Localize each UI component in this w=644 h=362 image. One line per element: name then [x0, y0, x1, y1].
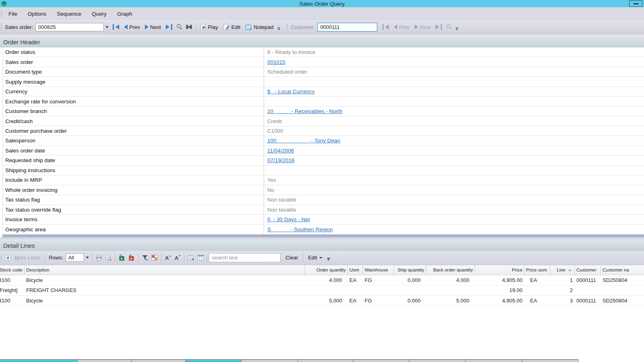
table-cell[interactable]	[575, 286, 601, 296]
column-header-description[interactable]: Description	[25, 265, 305, 275]
table-cell[interactable]: SD250804	[601, 296, 644, 306]
last-record-button[interactable]	[163, 22, 175, 32]
search-button[interactable]	[175, 22, 184, 32]
menu-item[interactable]: Query	[87, 7, 112, 20]
menu-item[interactable]: Options	[23, 7, 52, 20]
column-header-customer-na[interactable]: Customer na	[601, 265, 644, 275]
property-row[interactable]: Shipping instructions	[3, 166, 644, 175]
table-cell[interactable]: 19.00	[475, 286, 524, 296]
property-row[interactable]: Requested ship date 07/19/2016	[3, 156, 644, 165]
customer-toolbar-grip[interactable]	[287, 23, 288, 31]
print-button[interactable]	[94, 253, 104, 263]
column-header-warehouse[interactable]: Warehouse	[363, 265, 394, 275]
property-link[interactable]: 10 - Receivables - North	[267, 108, 343, 114]
table-cell[interactable]: EA	[348, 275, 363, 285]
table-cell[interactable]: 5.000	[426, 296, 475, 306]
table-row[interactable]: B100Bicycle4.000EAFG0.0004.0004,905.00EA…	[0, 275, 644, 286]
table-cell[interactable]	[348, 286, 363, 296]
decrease-font-button[interactable]: A	[173, 253, 182, 263]
customer-prev-button[interactable]: Prev	[391, 22, 412, 32]
sales-order-dropdown-arrow[interactable]	[104, 23, 110, 31]
table-cell[interactable]: SD250804	[601, 275, 644, 285]
table-cell[interactable]	[524, 286, 550, 296]
table-cell[interactable]: Bicycle	[25, 275, 305, 285]
detail-toolbar-overflow-button[interactable]	[327, 258, 330, 261]
table-cell[interactable]: B100	[0, 275, 25, 285]
find-button[interactable]	[184, 22, 194, 32]
edit-menu-button[interactable]: Edit	[305, 253, 326, 263]
table-cell[interactable]: 3	[550, 296, 575, 306]
more-lines-label[interactable]: More Lines	[14, 255, 40, 261]
rows-dropdown-arrow[interactable]	[84, 253, 91, 262]
column-header-price[interactable]: Price	[475, 265, 524, 275]
table-cell[interactable]	[363, 286, 394, 296]
order-header-partial-selected-row[interactable]	[2, 234, 644, 237]
table-cell[interactable]: 0000111	[575, 296, 601, 306]
toolbar-grip[interactable]	[1, 23, 2, 31]
property-row[interactable]: Supply message	[3, 77, 644, 86]
property-link[interactable]: 11/04/2006	[267, 148, 294, 154]
property-link[interactable]: $ - Local Currency	[267, 88, 315, 95]
customer-toolbar-overflow-button[interactable]	[456, 27, 458, 30]
table-cell[interactable]: 0.000	[394, 275, 426, 285]
property-row[interactable]: Document type Scheduled order	[3, 67, 644, 77]
table-cell[interactable]: Bicycle	[25, 296, 305, 306]
table-cell[interactable]: 0000111	[575, 275, 601, 285]
edit-button[interactable]: Edit	[221, 22, 243, 32]
customer-input[interactable]	[317, 23, 378, 32]
property-link[interactable]: 0 - 30 Days - Net	[267, 216, 310, 222]
customer-first-button[interactable]	[380, 22, 391, 32]
property-link[interactable]: 07/19/2016	[267, 157, 295, 163]
customer-search-button[interactable]	[444, 22, 454, 32]
column-header-back-order-quantity[interactable]: Back order quantity	[426, 265, 475, 275]
property-link[interactable]: 100 - Tony Dean	[267, 138, 340, 144]
property-row[interactable]: Exchange rate for conversion	[3, 97, 644, 106]
table-cell[interactable]: 2	[550, 286, 575, 296]
menu-item[interactable]: File	[3, 7, 23, 20]
table-cell[interactable]: 1	[550, 275, 575, 285]
table-row[interactable]: {Freight}FREIGHT CHARGES19.002	[0, 286, 644, 296]
menubar-grip[interactable]	[1, 10, 2, 17]
toolbar-overflow-button[interactable]	[277, 27, 280, 30]
property-row[interactable]: Tax status flag Non taxable	[3, 195, 644, 205]
play-button[interactable]: Play	[198, 22, 221, 32]
rows-combobox[interactable]: All	[66, 253, 84, 262]
print-preview-button[interactable]	[104, 253, 114, 263]
column-header-stock-code[interactable]: Stock code	[0, 265, 25, 275]
increase-font-button[interactable]: A	[163, 253, 173, 263]
table-cell[interactable]: {Freight}	[0, 286, 25, 296]
clear-button[interactable]: Clear	[282, 253, 301, 263]
table-cell[interactable]: FREIGHT CHARGES	[25, 286, 305, 296]
table-cell[interactable]: 5.000	[305, 296, 348, 306]
table-cell[interactable]: 4,905.00	[475, 296, 524, 306]
notepad-button[interactable]: Notepad	[243, 22, 276, 32]
table-cell[interactable]: FG	[363, 275, 394, 285]
column-header-line[interactable]: Line	[550, 265, 575, 275]
column-header-ship-quantity[interactable]: Ship quantity	[394, 265, 426, 275]
table-cell[interactable]	[394, 286, 426, 296]
property-row[interactable]: Customer purchase order C1000	[3, 126, 644, 136]
property-row[interactable]: Customer branch 10 - Receivables - North	[3, 107, 644, 116]
sales-order-combobox[interactable]: 000825	[35, 23, 104, 31]
filter-button[interactable]	[140, 253, 150, 263]
property-row[interactable]: Sales order date 11/04/2006	[3, 146, 644, 156]
property-row[interactable]: Currency $ - Local Currency	[3, 87, 644, 97]
column-header-price-uom[interactable]: Price uom	[524, 265, 550, 275]
menu-item[interactable]: Graph	[112, 7, 138, 20]
property-row[interactable]: Geographic area S - Southen Region	[3, 224, 644, 234]
customer-last-button[interactable]	[433, 22, 444, 32]
table-cell[interactable]: 4,905.00	[475, 275, 524, 285]
next-record-button[interactable]: Next	[142, 22, 163, 32]
table-cell[interactable]	[601, 286, 644, 296]
export-pdf-button[interactable]: A	[127, 253, 136, 263]
property-row[interactable]: Tax status override flag Non taxable	[3, 205, 644, 215]
search-input[interactable]	[209, 253, 281, 262]
property-link[interactable]: S - Southen Region	[267, 226, 333, 232]
table-cell[interactable]: EA	[348, 296, 363, 306]
property-row[interactable]: Invoice terms 0 - 30 Days - Net	[3, 215, 644, 224]
more-lines-button[interactable]	[3, 253, 13, 263]
column-width-button[interactable]	[196, 253, 205, 263]
table-cell[interactable]	[305, 286, 348, 296]
table-cell[interactable]	[426, 286, 475, 296]
table-cell[interactable]: B100	[0, 296, 25, 306]
